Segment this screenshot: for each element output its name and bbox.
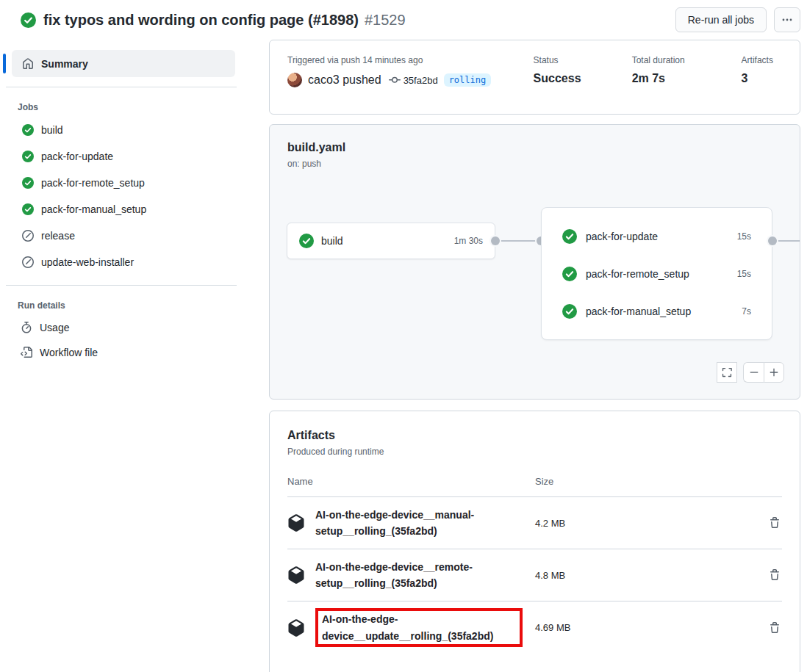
artifact-row: AI-on-the-edge-device__update__rolling_(… [287,601,782,654]
delete-artifact-button[interactable] [767,620,782,635]
column-header-size: Size [535,476,553,487]
zoom-in-button[interactable] [764,362,784,383]
package-icon [287,619,305,637]
workflow-trigger: on: push [270,154,800,169]
commit-sha-link[interactable]: 35fa2bd [404,75,438,86]
check-circle-icon [299,234,314,248]
sidebar-divider [6,87,237,87]
artifacts-card: Artifacts Produced during runtime Name S… [269,411,800,672]
run-details-heading: Run details [18,300,250,311]
commit-icon [389,74,401,86]
connector-dot [768,236,777,245]
status-value: Success [534,72,632,85]
delete-artifact-button[interactable] [767,516,782,530]
artifacts-label: Artifacts [742,55,800,65]
graph-node-label: build [321,235,343,247]
artifact-name-link[interactable]: AI-on-the-edge-device__remote-setup__rol… [315,559,517,592]
artifact-row: AI-on-the-edge-device__manual-setup__rol… [287,497,782,549]
graph-node-duration: 15s [737,231,751,242]
graph-node-pack-for-manual-setup[interactable]: pack-for-manual_setup 7s [542,292,772,330]
sidebar-job-pack-for-manual-setup[interactable]: pack-for-manual_setup [0,196,250,223]
package-icon [287,514,305,532]
check-circle-icon [562,267,577,281]
check-circle-icon [562,304,577,319]
duration-value: 2m 7s [632,72,742,85]
file-code-icon [21,347,32,358]
check-circle-icon [22,151,34,162]
sidebar-item-summary[interactable]: Summary [12,50,235,77]
sidebar-job-release[interactable]: release [0,223,250,249]
graph-node-pack-for-remote-setup[interactable]: pack-for-remote_setup 15s [542,255,772,292]
rerun-all-jobs-button[interactable]: Re-run all jobs [675,7,767,32]
skip-circle-icon [22,256,34,268]
artifacts-subtitle: Produced during runtime [287,447,782,457]
package-icon [287,566,305,584]
job-label: release [41,230,75,242]
delete-artifact-button[interactable] [767,568,782,582]
triggered-text: Triggered via push 14 minutes ago [287,55,534,65]
branch-badge[interactable]: rolling [444,73,492,87]
job-label: pack-for-update [41,151,113,162]
home-icon [22,58,34,70]
jobs-heading: Jobs [18,102,250,112]
graph-job-group: pack-for-update 15s pack-for-remote_setu… [541,207,772,340]
artifacts-title: Artifacts [287,411,782,442]
graph-node-duration: 15s [737,269,751,279]
kebab-icon [781,14,793,26]
zoom-out-button[interactable] [743,362,764,383]
stopwatch-icon [21,322,32,333]
zoom-out-icon [749,367,759,377]
graph-node-label: pack-for-manual_setup [586,306,691,317]
artifact-row: AI-on-the-edge-device__remote-setup__rol… [287,549,782,601]
page-title: fix typos and wording on config page (#1… [43,12,359,29]
run-detail-label: Workflow file [40,347,98,358]
check-circle-icon [562,229,577,244]
run-status-check-icon [21,12,36,28]
skip-circle-icon [22,230,34,242]
artifacts-table-header: Name Size [287,457,782,497]
sidebar-job-pack-for-remote-setup[interactable]: pack-for-remote_setup [0,170,250,196]
sidebar-divider [6,285,237,286]
check-circle-icon [22,177,34,189]
workflow-file-name: build.yaml [270,125,800,154]
job-label: build [41,124,63,136]
actor-pushed-text[interactable]: caco3 pushed [308,73,381,87]
page-header: fix typos and wording on config page (#1… [0,0,807,40]
zoom-in-icon [769,367,779,377]
sidebar-job-build[interactable]: build [0,117,250,143]
more-options-button[interactable] [774,7,800,32]
sidebar-job-update-web-installer[interactable]: update-web-installer [0,249,250,275]
graph-node-pack-for-update[interactable]: pack-for-update 15s [542,217,772,255]
job-label: pack-for-remote_setup [41,177,145,189]
sidebar-item-workflow-file[interactable]: Workflow file [0,340,250,365]
graph-node-duration: 1m 30s [454,236,483,246]
workflow-graph-card: build.yaml on: push build 1m 30s pack-fo… [269,124,800,400]
trash-icon [769,569,781,581]
run-summary-card: Triggered via push 14 minutes ago caco3 … [269,40,800,115]
status-label: Status [534,55,632,65]
annotation-red-highlight-box: AI-on-the-edge-device__update__rolling_(… [315,608,523,647]
avatar[interactable] [287,73,302,87]
job-label: update-web-installer [41,256,134,268]
artifact-size: 4.8 MB [535,570,753,581]
artifact-size: 4.2 MB [535,518,753,529]
sidebar-item-usage[interactable]: Usage [0,315,250,340]
run-number: #1529 [365,12,406,29]
trash-icon [769,517,781,529]
artifact-name-link[interactable]: AI-on-the-edge-device__update__rolling_(… [322,611,516,644]
graph-node-duration: 7s [742,306,751,317]
summary-label: Summary [41,58,88,70]
run-detail-label: Usage [40,322,69,333]
artifacts-count: 3 [742,72,800,85]
job-label: pack-for-manual_setup [41,203,146,215]
check-circle-icon [22,124,34,136]
sidebar-job-pack-for-update[interactable]: pack-for-update [0,143,250,170]
trash-icon [769,622,781,634]
artifact-name-link[interactable]: AI-on-the-edge-device__manual-setup__rol… [315,507,517,540]
check-circle-icon [22,203,34,215]
column-header-name: Name [287,476,535,487]
graph-node-build[interactable]: build 1m 30s [287,223,495,259]
connector-dot [491,236,500,245]
fullscreen-button[interactable] [717,362,737,383]
fullscreen-icon [722,367,732,377]
